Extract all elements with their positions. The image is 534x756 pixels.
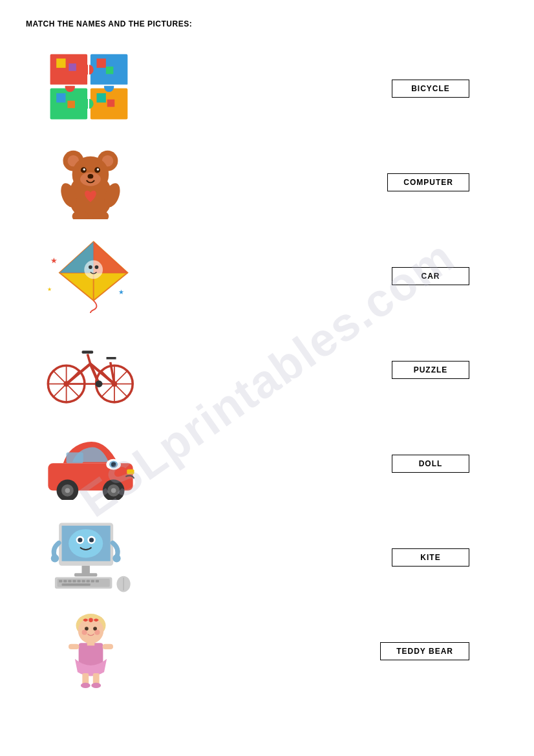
label-text-teddybear: TEDDY BEAR — [396, 647, 453, 656]
computer-svg — [45, 520, 136, 594]
doll-svg — [54, 614, 128, 688]
teddybear-svg — [50, 145, 131, 219]
svg-point-28 — [97, 168, 100, 171]
svg-point-86 — [111, 488, 116, 493]
instruction-text: MATCH THE NAMES AND THE PICTURES: — [26, 19, 508, 28]
svg-point-90 — [69, 529, 103, 557]
svg-rect-121 — [69, 644, 79, 649]
image-teddybear — [26, 135, 207, 229]
svg-point-80 — [111, 462, 116, 468]
svg-rect-108 — [62, 583, 91, 586]
svg-line-52 — [54, 371, 66, 383]
car-svg — [42, 427, 139, 500]
svg-rect-10 — [56, 59, 65, 68]
svg-text:★: ★ — [118, 288, 124, 296]
svg-point-40 — [84, 261, 103, 279]
svg-point-111 — [51, 554, 59, 562]
content-area: ★ ★ ★ — [26, 41, 508, 698]
svg-rect-71 — [82, 351, 94, 353]
worksheet-page: ESLprintables.com MATCH THE NAMES AND TH… — [0, 0, 534, 756]
svg-point-41 — [89, 265, 92, 269]
svg-rect-102 — [73, 580, 76, 583]
svg-rect-105 — [87, 580, 90, 583]
label-item-computer: COMPUTER — [387, 135, 469, 229]
svg-rect-104 — [82, 580, 85, 583]
label-item-car: CAR — [392, 229, 469, 323]
svg-rect-106 — [91, 580, 94, 583]
svg-point-29 — [88, 174, 94, 178]
images-column: ★ ★ ★ — [26, 41, 207, 698]
label-text-puzzle: PUZZLE — [414, 365, 448, 374]
label-box-puzzle: PUZZLE — [392, 361, 469, 379]
svg-text:★: ★ — [50, 257, 58, 265]
svg-line-55 — [67, 384, 79, 396]
label-box-car: CAR — [392, 267, 469, 285]
svg-point-112 — [112, 554, 120, 562]
svg-rect-77 — [67, 453, 83, 464]
label-box-teddybear: TEDDY BEAR — [380, 642, 469, 660]
svg-rect-107 — [96, 580, 99, 583]
svg-point-125 — [80, 683, 90, 688]
svg-rect-101 — [69, 580, 72, 583]
image-bicycle — [26, 323, 207, 416]
svg-rect-99 — [59, 580, 62, 583]
svg-line-54 — [54, 384, 66, 396]
label-item-teddybear: TEDDY BEAR — [380, 604, 469, 698]
label-item-doll: DOLL — [392, 416, 469, 510]
svg-line-64 — [102, 384, 114, 396]
kite-svg: ★ ★ ★ — [44, 239, 137, 313]
image-car — [26, 416, 207, 510]
label-box-kite: KITE — [392, 548, 469, 567]
label-text-bicycle: BICYCLE — [411, 84, 450, 93]
image-puzzle — [26, 41, 207, 135]
svg-line-65 — [114, 384, 127, 396]
svg-point-127 — [89, 618, 93, 623]
label-box-doll: DOLL — [392, 455, 469, 473]
svg-point-118 — [94, 630, 100, 635]
label-text-computer: COMPUTER — [403, 178, 453, 187]
image-kite: ★ ★ ★ — [26, 229, 207, 323]
svg-rect-120 — [87, 642, 94, 646]
puzzle-svg — [44, 51, 137, 125]
label-text-kite: KITE — [420, 553, 440, 562]
label-item-puzzle: PUZZLE — [392, 323, 469, 416]
svg-rect-16 — [97, 93, 106, 102]
svg-rect-122 — [102, 644, 112, 649]
svg-point-7 — [104, 82, 114, 92]
label-text-car: CAR — [422, 272, 440, 281]
svg-point-126 — [91, 683, 101, 688]
svg-point-94 — [89, 537, 94, 542]
svg-rect-11 — [69, 63, 76, 71]
svg-rect-103 — [78, 580, 81, 583]
svg-rect-87 — [127, 470, 134, 475]
svg-point-42 — [95, 265, 99, 269]
bicycle-svg — [45, 332, 136, 407]
svg-point-6 — [65, 82, 75, 92]
svg-text:★: ★ — [47, 286, 52, 292]
svg-line-70 — [88, 354, 91, 364]
svg-line-63 — [114, 371, 127, 383]
image-computer — [26, 510, 207, 604]
svg-point-83 — [65, 488, 70, 493]
svg-point-117 — [81, 630, 87, 635]
svg-rect-13 — [106, 67, 114, 74]
label-item-kite: KITE — [392, 510, 469, 604]
svg-rect-100 — [63, 580, 67, 583]
svg-rect-12 — [97, 59, 106, 68]
label-box-computer: COMPUTER — [387, 173, 469, 191]
svg-point-93 — [78, 537, 83, 542]
label-text-doll: DOLL — [419, 459, 443, 468]
svg-rect-14 — [56, 93, 65, 102]
labels-column: BICYCLE COMPUTER CAR PUZZLE — [207, 41, 508, 698]
label-box-bicycle: BICYCLE — [392, 80, 469, 98]
svg-rect-95 — [82, 566, 90, 574]
image-doll — [26, 604, 207, 698]
label-item-bicycle: BICYCLE — [392, 41, 469, 135]
svg-rect-17 — [107, 100, 115, 107]
svg-rect-15 — [68, 101, 76, 109]
svg-rect-96 — [74, 573, 97, 576]
svg-point-27 — [83, 168, 86, 171]
